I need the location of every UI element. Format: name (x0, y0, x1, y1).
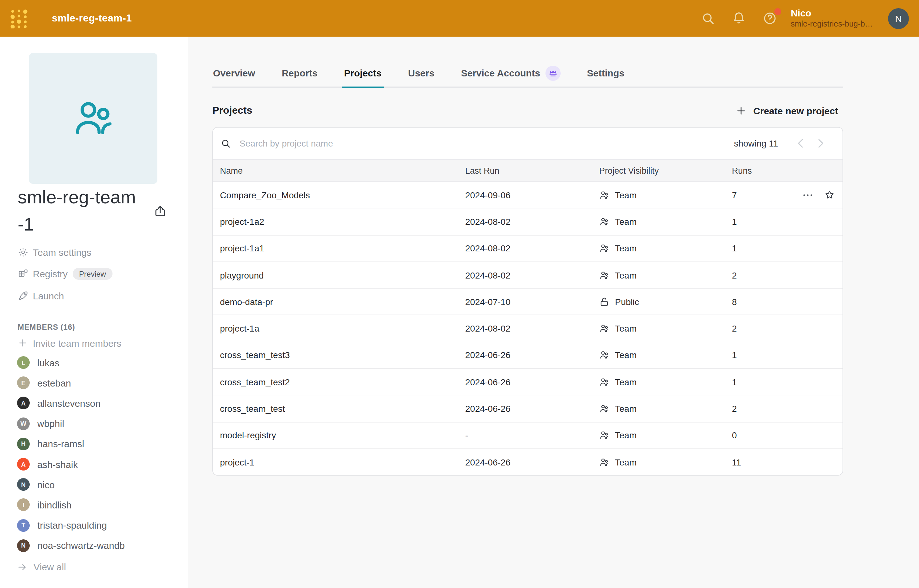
plus-icon (18, 338, 28, 348)
column-header-project-visibility: Project Visibility (599, 166, 732, 175)
row-menu-icon[interactable] (802, 189, 814, 200)
runs-count-cell: 7 (732, 189, 843, 200)
member-row-noa-schwartz-wandb[interactable]: Nnoa-schwartz-wandb (17, 535, 125, 556)
star-icon[interactable] (824, 189, 835, 200)
bell-icon[interactable] (732, 11, 746, 25)
avatar: A (17, 458, 30, 470)
member-row-tristan-spaulding[interactable]: Ttristan-spaulding (17, 515, 125, 535)
tab-bar: OverviewReportsProjectsUsersService Acco… (212, 59, 843, 88)
column-header-name: Name (213, 166, 465, 175)
runs-count-cell: 2 (732, 323, 843, 333)
row-actions (802, 189, 843, 200)
share-icon[interactable] (154, 205, 167, 218)
project-visibility: Team (599, 350, 732, 360)
tab-label: Settings (587, 68, 624, 78)
sidebar-item-launch[interactable]: Launch (18, 285, 112, 307)
project-name: project-1a (213, 323, 465, 333)
runs-count-cell: 1 (732, 377, 843, 387)
member-row-wbphil[interactable]: Wwbphil (17, 414, 125, 434)
table-row-Compare_Zoo_Models[interactable]: Compare_Zoo_Models2024-09-06Team7 (213, 182, 843, 208)
project-visibility: Team (599, 243, 732, 253)
table-row-cross_team_test3[interactable]: cross_team_test32024-06-26Team1 (213, 342, 843, 368)
table-row-project-1a1[interactable]: project-1a12024-08-02Team1 (213, 235, 843, 262)
project-visibility: Team (599, 404, 732, 414)
project-name: demo-data-pr (213, 297, 465, 307)
member-name: nico (37, 479, 55, 490)
team-sidebar: smle-reg-team -1 Team settingsRegistryPr… (0, 37, 188, 588)
team-users-icon (599, 270, 609, 280)
tab-projects[interactable]: Projects (344, 59, 382, 87)
sidebar-item-team-settings[interactable]: Team settings (18, 241, 112, 263)
project-visibility: Team (599, 430, 732, 441)
chevron-left-icon[interactable] (794, 136, 808, 150)
table-row-project-1a2[interactable]: project-1a22024-08-02Team1 (213, 208, 843, 235)
invite-label: Invite team members (33, 338, 122, 348)
help-icon[interactable] (763, 11, 777, 25)
member-name: allanstevenson (37, 398, 100, 409)
tab-settings[interactable]: Settings (586, 59, 625, 87)
project-visibility: Team (599, 190, 732, 200)
chevron-right-icon[interactable] (814, 136, 827, 150)
project-name: playground (213, 270, 465, 280)
members-header: MEMBERS (16) (18, 323, 75, 331)
search-icon[interactable] (701, 11, 715, 25)
notification-dot (774, 8, 781, 15)
table-row-project-1a[interactable]: project-1a2024-08-02Team2 (213, 315, 843, 342)
member-row-hans-ramsl[interactable]: Hhans-ramsl (17, 434, 125, 454)
project-search-input[interactable] (238, 138, 734, 149)
sidebar-nav: Team settingsRegistryPreviewLaunch (18, 241, 112, 307)
sidebar-item-label: Launch (33, 291, 64, 301)
avatar: N (17, 478, 30, 491)
invite-team-members-button[interactable]: Invite team members (18, 335, 122, 351)
runs-count: 1 (732, 377, 737, 387)
search-icon (220, 138, 231, 149)
visibility-label: Team (615, 377, 637, 387)
project-name: project-1 (213, 457, 465, 467)
tab-label: Service Accounts (461, 68, 540, 78)
member-row-ibindlish[interactable]: Iibindlish (17, 495, 125, 515)
tab-overview[interactable]: Overview (212, 59, 256, 87)
last-run-date: 2024-07-10 (465, 297, 599, 307)
member-row-lukas[interactable]: Llukas (17, 352, 125, 373)
create-new-project-button[interactable]: Create new project (736, 105, 843, 116)
table-row-model-registry[interactable]: model-registry-Team0 (213, 422, 843, 448)
topbar-title: smle-reg-team-1 (52, 13, 132, 24)
avatar: H (17, 438, 30, 450)
team-users-icon (599, 377, 609, 387)
sidebar-item-registry[interactable]: RegistryPreview (18, 263, 112, 285)
visibility-label: Team (615, 457, 637, 467)
member-row-ash-shaik[interactable]: Aash-shaik (17, 454, 125, 474)
table-row-playground[interactable]: playground2024-08-02Team2 (213, 262, 843, 288)
arrow-right-icon (17, 562, 27, 572)
tab-users[interactable]: Users (407, 59, 435, 87)
member-name: ibindlish (37, 499, 71, 510)
project-visibility: Team (599, 216, 732, 227)
wandb-logo-icon[interactable] (10, 8, 28, 28)
last-run-date: 2024-06-26 (465, 457, 599, 467)
member-row-allanstevenson[interactable]: Aallanstevenson (17, 393, 125, 414)
table-row-project-1[interactable]: project-12024-06-26Team11 (213, 448, 843, 475)
table-row-demo-data-pr[interactable]: demo-data-pr2024-07-10Public8 (213, 288, 843, 315)
table-row-cross_team_test2[interactable]: cross_team_test22024-06-26Team1 (213, 368, 843, 395)
team-users-icon (599, 350, 609, 360)
member-row-nico[interactable]: Nnico (17, 474, 125, 494)
tab-reports[interactable]: Reports (281, 59, 318, 87)
runs-count-cell: 8 (732, 297, 843, 307)
table-row-cross_team_test[interactable]: cross_team_test2024-06-26Team2 (213, 395, 843, 422)
project-name: cross_team_test (213, 404, 465, 414)
user-block[interactable]: Nico smle-registries-bug-b… (791, 8, 873, 29)
user-avatar[interactable]: N (888, 8, 909, 29)
member-name: hans-ramsl (37, 439, 84, 449)
member-name: noa-schwartz-wandb (37, 540, 125, 551)
tab-service-accounts[interactable]: Service Accounts (460, 59, 561, 87)
team-name: smle-reg-team -1 (18, 184, 154, 238)
runs-count-cell: 2 (732, 270, 843, 280)
table-toolbar: showing 11 (213, 128, 843, 159)
member-row-esteban[interactable]: Eesteban (17, 373, 125, 393)
view-all-members-link[interactable]: View all (17, 557, 125, 577)
team-users-icon (599, 404, 609, 414)
avatar: W (17, 417, 30, 430)
runs-count-cell: 1 (732, 350, 843, 360)
create-button-label: Create new project (754, 105, 838, 116)
runs-count-cell: 2 (732, 404, 843, 414)
